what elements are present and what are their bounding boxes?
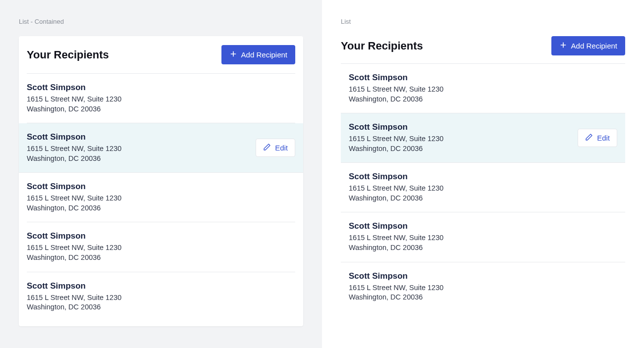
plus-icon xyxy=(229,50,237,59)
recipient-address-line1: 1615 L Street NW, Suite 1230 xyxy=(27,243,121,253)
recipient-address-line1: 1615 L Street NW, Suite 1230 xyxy=(349,85,443,95)
recipient-name: Scott Simpson xyxy=(349,122,443,132)
recipient-name: Scott Simpson xyxy=(349,172,443,182)
plus-icon xyxy=(559,41,567,50)
recipient-address-line2: Washington, DC 20036 xyxy=(27,253,121,263)
recipient-address-line2: Washington, DC 20036 xyxy=(349,95,443,104)
card-header: Your Recipients Add Recipient xyxy=(27,36,295,74)
recipient-address-line1: 1615 L Street NW, Suite 1230 xyxy=(27,95,121,104)
list-item-info: Scott Simpson 1615 L Street NW, Suite 12… xyxy=(27,132,121,163)
left-column: List - Contained Your Recipients Add Rec… xyxy=(0,0,322,348)
list-item[interactable]: Scott Simpson 1615 L Street NW, Suite 12… xyxy=(27,173,295,222)
section-label-contained: List - Contained xyxy=(19,18,303,25)
recipient-address-line2: Washington, DC 20036 xyxy=(349,243,443,253)
add-recipient-label: Add Recipient xyxy=(571,42,617,50)
list-item[interactable]: Scott Simpson 1615 L Street NW, Suite 12… xyxy=(341,113,625,163)
recipients-list-plain: Scott Simpson 1615 L Street NW, Suite 12… xyxy=(341,64,625,311)
list-item-info: Scott Simpson 1615 L Street NW, Suite 12… xyxy=(349,271,443,302)
recipient-address-line1: 1615 L Street NW, Suite 1230 xyxy=(349,283,443,293)
edit-label: Edit xyxy=(597,134,610,142)
recipient-name: Scott Simpson xyxy=(27,132,121,142)
recipient-address-line1: 1615 L Street NW, Suite 1230 xyxy=(27,144,121,154)
recipient-address-line2: Washington, DC 20036 xyxy=(349,194,443,203)
recipient-address-line1: 1615 L Street NW, Suite 1230 xyxy=(349,134,443,144)
recipient-address-line2: Washington, DC 20036 xyxy=(27,302,121,312)
list-item-info: Scott Simpson 1615 L Street NW, Suite 12… xyxy=(27,83,121,114)
recipient-name: Scott Simpson xyxy=(349,73,443,83)
recipient-address-line1: 1615 L Street NW, Suite 1230 xyxy=(27,293,121,303)
right-column: List Your Recipients Add Recipient Scott… xyxy=(322,0,644,348)
recipient-name: Scott Simpson xyxy=(349,271,443,281)
add-recipient-button[interactable]: Add Recipient xyxy=(221,45,295,64)
recipient-address-line1: 1615 L Street NW, Suite 1230 xyxy=(349,184,443,194)
recipient-address-line2: Washington, DC 20036 xyxy=(349,144,443,154)
recipients-title: Your Recipients xyxy=(27,49,109,61)
recipient-address-line2: Washington, DC 20036 xyxy=(27,104,121,114)
recipient-name: Scott Simpson xyxy=(27,281,121,291)
recipient-name: Scott Simpson xyxy=(349,221,443,231)
recipient-address-line2: Washington, DC 20036 xyxy=(349,293,443,302)
edit-label: Edit xyxy=(275,144,288,152)
recipient-address-line1: 1615 L Street NW, Suite 1230 xyxy=(349,233,443,243)
list-item-info: Scott Simpson 1615 L Street NW, Suite 12… xyxy=(349,221,443,252)
list-item[interactable]: Scott Simpson 1615 L Street NW, Suite 12… xyxy=(27,222,295,272)
list-item[interactable]: Scott Simpson 1615 L Street NW, Suite 12… xyxy=(341,163,625,212)
list-item-info: Scott Simpson 1615 L Street NW, Suite 12… xyxy=(27,231,121,262)
add-recipient-button[interactable]: Add Recipient xyxy=(551,36,625,55)
list-item-info: Scott Simpson 1615 L Street NW, Suite 12… xyxy=(349,172,443,203)
section-label-plain: List xyxy=(341,18,625,25)
recipient-address-line1: 1615 L Street NW, Suite 1230 xyxy=(27,194,121,203)
recipient-name: Scott Simpson xyxy=(27,231,121,241)
recipient-name: Scott Simpson xyxy=(27,182,121,192)
edit-button[interactable]: Edit xyxy=(578,129,617,147)
plain-header: Your Recipients Add Recipient xyxy=(341,36,625,64)
list-item[interactable]: Scott Simpson 1615 L Street NW, Suite 12… xyxy=(19,123,303,173)
list-item-info: Scott Simpson 1615 L Street NW, Suite 12… xyxy=(27,281,121,312)
pencil-icon xyxy=(585,133,593,143)
recipient-name: Scott Simpson xyxy=(27,83,121,93)
list-item[interactable]: Scott Simpson 1615 L Street NW, Suite 12… xyxy=(27,272,295,321)
list-item[interactable]: Scott Simpson 1615 L Street NW, Suite 12… xyxy=(27,74,295,123)
list-item[interactable]: Scott Simpson 1615 L Street NW, Suite 12… xyxy=(341,212,625,262)
list-item[interactable]: Scott Simpson 1615 L Street NW, Suite 12… xyxy=(341,262,625,311)
recipients-card: Your Recipients Add Recipient Scott Simp… xyxy=(19,36,303,326)
edit-button[interactable]: Edit xyxy=(256,139,295,157)
list-item-info: Scott Simpson 1615 L Street NW, Suite 12… xyxy=(27,182,121,213)
recipient-address-line2: Washington, DC 20036 xyxy=(27,154,121,164)
recipients-title: Your Recipients xyxy=(341,40,423,52)
recipient-address-line2: Washington, DC 20036 xyxy=(27,203,121,213)
list-item-info: Scott Simpson 1615 L Street NW, Suite 12… xyxy=(349,73,443,104)
add-recipient-label: Add Recipient xyxy=(241,50,287,59)
pencil-icon xyxy=(263,143,271,152)
list-item-info: Scott Simpson 1615 L Street NW, Suite 12… xyxy=(349,122,443,153)
list-item[interactable]: Scott Simpson 1615 L Street NW, Suite 12… xyxy=(341,64,625,113)
recipients-list-contained: Scott Simpson 1615 L Street NW, Suite 12… xyxy=(27,74,295,321)
